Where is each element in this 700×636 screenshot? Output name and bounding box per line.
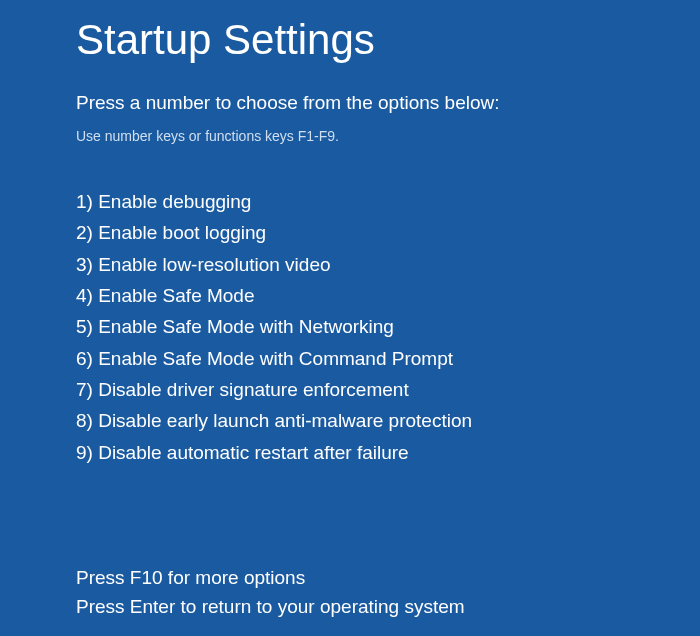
option-debugging[interactable]: 1) Enable debugging <box>76 186 700 217</box>
f10-hint: Press F10 for more options <box>76 564 700 593</box>
options-list: 1) Enable debugging 2) Enable boot loggi… <box>76 186 700 468</box>
page-title: Startup Settings <box>76 16 700 64</box>
option-low-resolution[interactable]: 3) Enable low-resolution video <box>76 249 700 280</box>
footer: Press F10 for more options Press Enter t… <box>76 564 700 621</box>
option-boot-logging[interactable]: 2) Enable boot logging <box>76 217 700 248</box>
option-disable-driver-sig[interactable]: 7) Disable driver signature enforcement <box>76 374 700 405</box>
subtitle: Press a number to choose from the option… <box>76 92 700 114</box>
option-disable-auto-restart[interactable]: 9) Disable automatic restart after failu… <box>76 437 700 468</box>
key-hint: Use number keys or functions keys F1-F9. <box>76 128 700 144</box>
option-safe-mode-cmd[interactable]: 6) Enable Safe Mode with Command Prompt <box>76 343 700 374</box>
option-safe-mode[interactable]: 4) Enable Safe Mode <box>76 280 700 311</box>
option-safe-mode-networking[interactable]: 5) Enable Safe Mode with Networking <box>76 311 700 342</box>
enter-hint: Press Enter to return to your operating … <box>76 593 700 622</box>
option-disable-anti-malware[interactable]: 8) Disable early launch anti-malware pro… <box>76 405 700 436</box>
